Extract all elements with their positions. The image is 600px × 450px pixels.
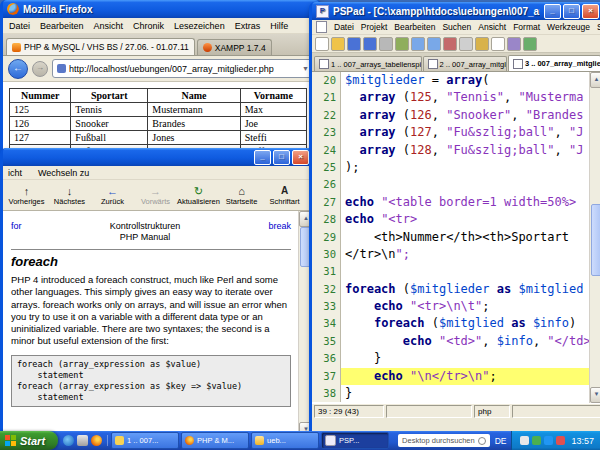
tray-icon[interactable]	[556, 436, 565, 445]
start-button[interactable]: Start	[0, 431, 58, 450]
code-line[interactable]: 30</tr>\n";	[312, 246, 600, 263]
url-bar[interactable]: http://localhost/uebungen/007_array_mitg…	[52, 59, 314, 78]
table-header-cell: Sportart	[71, 89, 148, 103]
back-arrow-button[interactable]: ←Zurück	[91, 181, 134, 209]
taskbar-button[interactable]: 1 .. 007...	[111, 432, 179, 449]
copy-icon[interactable]	[459, 37, 473, 51]
taskbar-button[interactable]: ueb...	[251, 432, 319, 449]
firefox-menu-item[interactable]: Lesezeichen	[174, 21, 225, 31]
minimize-button[interactable]: _	[254, 150, 271, 165]
scroll-up-icon[interactable]: ▲	[590, 72, 600, 88]
save-all-icon[interactable]	[363, 37, 377, 51]
pspad-menu-item[interactable]: Suchen	[442, 22, 471, 32]
taskbar-button[interactable]: PHP & M...	[181, 432, 249, 449]
code-line[interactable]: 37 echo "\n</tr>\n";	[312, 368, 600, 385]
home-button[interactable]: ⌂Startseite	[220, 181, 263, 209]
tray-icon[interactable]	[520, 436, 529, 445]
code-line[interactable]: 22 array (126, "Snooker", "Brandes	[312, 107, 600, 124]
line-number: 32	[312, 281, 341, 298]
pspad-menu-item[interactable]: Format	[513, 22, 540, 32]
pspad-titlebar[interactable]: P PSPad - [C:\xampp\htdocs\uebungen\007_…	[312, 2, 600, 20]
pspad-file-tab[interactable]: 3 .. 007_array_mitglieder.php	[508, 55, 600, 71]
firefox-titlebar[interactable]: Mozilla Firefox	[3, 0, 319, 18]
prev-page-link[interactable]: for	[11, 221, 22, 231]
find-icon[interactable]	[491, 37, 505, 51]
firefox-menu-item[interactable]: Ansicht	[94, 21, 124, 31]
firefox-menu-item[interactable]: Datei	[9, 21, 30, 31]
refresh-button[interactable]: ↻Aktualisieren	[177, 181, 220, 209]
pspad-menu-item[interactable]: Projekt	[361, 22, 387, 32]
code-line[interactable]: 35 echo "<td>", $info, "</td>	[312, 333, 600, 350]
replace-icon[interactable]	[507, 37, 521, 51]
code-line[interactable]: 32foreach ($mitglieder as $mitglied	[312, 281, 600, 298]
minimize-button[interactable]: _	[544, 4, 561, 19]
tray-icon[interactable]	[532, 436, 541, 445]
up-arrow-button[interactable]: ↑Vorheriges	[5, 181, 48, 209]
code-line[interactable]: 36 }	[312, 350, 600, 367]
font-button[interactable]: ASchriftart	[263, 181, 306, 209]
close-button[interactable]: ×	[292, 150, 309, 165]
manual-titlebar[interactable]: _ □ ×	[3, 148, 313, 166]
firefox-menu-item[interactable]: Chronik	[133, 21, 164, 31]
url-dropdown-icon[interactable]: ▼	[302, 65, 309, 72]
code-line[interactable]: 33 echo "<tr>\n\t";	[312, 298, 600, 315]
start-label: Start	[20, 435, 45, 447]
manual-menu-item[interactable]: Wechseln zu	[38, 168, 89, 178]
manual-menu-item[interactable]: icht	[8, 168, 22, 178]
code-line[interactable]: 34 foreach ($mitglied as $info)	[312, 315, 600, 332]
code-line[interactable]: 29 <th>Nummer</th><th>Sportart	[312, 229, 600, 246]
redo-icon[interactable]	[427, 37, 441, 51]
project-icon[interactable]	[395, 37, 409, 51]
down-arrow-button[interactable]: ↓Nächstes	[48, 181, 91, 209]
firefox-tab[interactable]: PHP & MySQL / VHS BS / 27.06. - 01.07.11	[6, 38, 195, 55]
pspad-menu-item[interactable]: Bearbeiten	[394, 22, 435, 32]
close-button[interactable]: ×	[582, 4, 599, 19]
language-indicator[interactable]: DE	[490, 436, 512, 446]
cut-icon[interactable]	[443, 37, 457, 51]
maximize-button[interactable]: □	[563, 4, 580, 19]
code-line[interactable]: 25);	[312, 159, 600, 176]
firefox-menu-item[interactable]: Extras	[235, 21, 261, 31]
code-line[interactable]: 21 array (125, "Tennis", "Musterma	[312, 89, 600, 106]
maximize-button[interactable]: □	[273, 150, 290, 165]
pspad-menu-item[interactable]: Ansicht	[478, 22, 506, 32]
goto-line-icon[interactable]	[523, 37, 537, 51]
pspad-menu-item[interactable]: Datei	[334, 22, 354, 32]
manual-page-nav: for Kontrollstrukturen PHP Manual break	[11, 221, 291, 243]
firefox-menu-item[interactable]: Hilfe	[270, 21, 288, 31]
toolbar-button-label: Nächstes	[54, 197, 85, 206]
tray-icon[interactable]	[544, 436, 553, 445]
save-icon[interactable]	[347, 37, 361, 51]
quicklaunch-show-desktop-icon[interactable]	[77, 435, 88, 446]
pspad-editor[interactable]: 20$mitglieder = array(21 array (125, "Te…	[312, 72, 600, 403]
code-line[interactable]: 24 array (128, "Fu&szlig;ball", "J	[312, 142, 600, 159]
scroll-down-icon[interactable]: ▼	[590, 387, 600, 403]
new-file-icon[interactable]	[315, 37, 329, 51]
pspad-file-tab[interactable]: 1 .. 007_arrays_tabellenspielerei.php	[314, 56, 422, 71]
scrollbar-thumb[interactable]	[591, 204, 600, 276]
pspad-file-tab[interactable]: 2 .. 007_array_mitglied.php	[423, 56, 507, 71]
print-icon[interactable]	[379, 37, 393, 51]
code-line[interactable]: 23 array (127, "Fu&szlig;ball", "J	[312, 124, 600, 141]
open-file-icon[interactable]	[331, 37, 345, 51]
pspad-menu-item[interactable]: Werkzeuge	[547, 22, 590, 32]
desktop-search-box[interactable]: Desktop durchsuchen	[398, 434, 490, 447]
undo-icon[interactable]	[411, 37, 425, 51]
firefox-tab[interactable]: XAMPP 1.7.4	[197, 39, 272, 55]
code-line[interactable]: 31	[312, 263, 600, 280]
code-line[interactable]: 28echo "<tr>	[312, 211, 600, 228]
quicklaunch-firefox-icon[interactable]	[91, 435, 102, 446]
code-line[interactable]: 38}	[312, 385, 600, 402]
quicklaunch-browser-icon[interactable]	[63, 435, 74, 446]
forward-arrow-button[interactable]: →Vorwärts	[134, 181, 177, 209]
back-button[interactable]: ←	[8, 59, 28, 79]
code-line[interactable]: 26	[312, 176, 600, 193]
editor-scrollbar[interactable]: ▲ ▼	[589, 72, 600, 403]
code-line[interactable]: 20$mitglieder = array(	[312, 72, 600, 89]
next-page-link[interactable]: break	[268, 221, 291, 231]
paste-icon[interactable]	[475, 37, 489, 51]
code-line[interactable]: 27echo "<table border=1 width=50%>	[312, 194, 600, 211]
taskbar-button[interactable]: PSP...	[321, 432, 389, 449]
forward-button[interactable]: →	[32, 61, 48, 77]
firefox-menu-item[interactable]: Bearbeiten	[40, 21, 84, 31]
